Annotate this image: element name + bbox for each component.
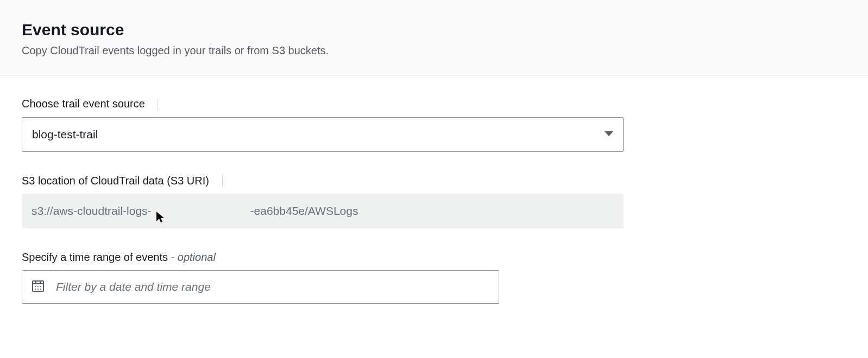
field-time-range: Specify a time range of events - optiona… xyxy=(22,251,846,304)
time-range-input-wrapper xyxy=(22,270,499,304)
trail-source-selected-text: blog-test-trail xyxy=(32,128,98,141)
s3-location-label-text: S3 location of CloudTrail data (S3 URI) xyxy=(22,175,209,187)
s3-uri-redacted xyxy=(152,203,250,219)
s3-uri-suffix: -ea6bb45e/AWSLogs xyxy=(250,204,358,218)
content-section: Choose trail event source blog-test-trai… xyxy=(0,76,868,348)
s3-location-label: S3 location of CloudTrail data (S3 URI) xyxy=(22,175,846,188)
page-description: Copy CloudTrail events logged in your tr… xyxy=(22,44,846,57)
label-divider xyxy=(222,175,223,187)
time-range-label-main: Specify a time range of events xyxy=(22,251,171,263)
trail-source-select[interactable]: blog-test-trail xyxy=(22,117,624,152)
header-section: Event source Copy CloudTrail events logg… xyxy=(0,0,868,76)
trail-source-label-text: Choose trail event source xyxy=(22,98,145,110)
time-range-label-optional: - optional xyxy=(171,251,216,263)
trail-source-select-value: blog-test-trail xyxy=(22,117,624,152)
time-range-input[interactable] xyxy=(22,270,499,304)
s3-uri-prefix: s3://aws-cloudtrail-logs- xyxy=(32,204,152,218)
page-title: Event source xyxy=(22,21,846,39)
field-trail-source: Choose trail event source blog-test-trai… xyxy=(22,98,846,152)
time-range-label: Specify a time range of events - optiona… xyxy=(22,251,846,264)
label-divider xyxy=(158,99,158,111)
trail-source-label: Choose trail event source xyxy=(22,98,846,111)
s3-location-value: s3://aws-cloudtrail-logs- -ea6bb45e/AWSL… xyxy=(22,194,624,228)
field-s3-location: S3 location of CloudTrail data (S3 URI) … xyxy=(22,175,846,229)
